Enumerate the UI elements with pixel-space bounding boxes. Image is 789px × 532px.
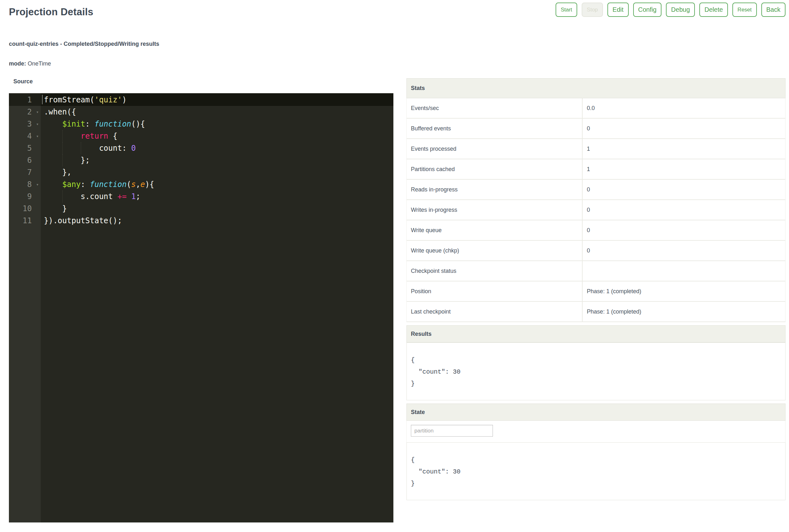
stop-button: Stop xyxy=(582,2,603,17)
fold-toggle-icon[interactable]: ▾ xyxy=(36,178,39,190)
details-column: Stats Events/sec0.0Buffered events0Event… xyxy=(406,78,786,500)
reset-button[interactable]: Reset xyxy=(732,2,756,17)
projection-name-status: count-quiz-entries - Completed/Stopped/W… xyxy=(9,41,786,48)
line-number: 3▾ xyxy=(9,118,41,130)
stat-value: 0 xyxy=(583,180,590,200)
stat-value: 0 xyxy=(583,119,590,138)
indent-guide xyxy=(44,190,62,203)
config-button[interactable]: Config xyxy=(633,2,662,17)
code-text: }; xyxy=(41,154,90,166)
stat-value: 0 xyxy=(583,200,590,220)
code-text: }, xyxy=(41,166,72,178)
line-number: 4▾ xyxy=(9,130,41,142)
results-section-header: Results xyxy=(406,325,786,342)
code-line-1: 1fromStream('quiz') xyxy=(9,94,393,106)
line-number: 7 xyxy=(9,166,41,178)
back-button[interactable]: Back xyxy=(761,2,786,17)
stat-value: 0 xyxy=(583,241,590,261)
indent-guide xyxy=(44,118,62,130)
indent-guide xyxy=(62,142,81,154)
code-line-6: 6}; xyxy=(9,154,393,166)
line-number: 11 xyxy=(9,215,41,227)
mode-line: mode: OneTime xyxy=(9,60,786,67)
code-line-9: 9s.count += 1; xyxy=(9,190,393,203)
stat-row: Last checkpointPhase: 1 (completed) xyxy=(406,302,786,322)
stat-value: 0.0 xyxy=(583,98,595,118)
stat-value: 0 xyxy=(583,221,590,240)
mode-label: mode: xyxy=(9,60,26,67)
stat-label: Last checkpoint xyxy=(407,302,583,322)
mode-value: OneTime xyxy=(28,60,51,67)
delete-button[interactable]: Delete xyxy=(699,2,728,17)
top-bar: Projection Details StartStopEditConfigDe… xyxy=(9,2,786,18)
code-text: s.count += 1; xyxy=(41,190,140,203)
fold-toggle-icon[interactable]: ▾ xyxy=(36,106,39,118)
code-text: $init: function(){ xyxy=(41,118,145,130)
line-number: 1 xyxy=(9,94,41,106)
stat-label: Buffered events xyxy=(407,119,583,138)
edit-button[interactable]: Edit xyxy=(608,2,629,17)
source-column: Source 1fromStream('quiz')2▾.when({3▾$in… xyxy=(9,78,393,522)
line-number: 5 xyxy=(9,142,41,154)
results-title: Results xyxy=(411,331,431,337)
indent-guide xyxy=(62,190,81,203)
fold-toggle-icon[interactable]: ▾ xyxy=(36,130,39,142)
content-columns: Source 1fromStream('quiz')2▾.when({3▾$in… xyxy=(9,78,786,522)
projection-details-page: Projection Details StartStopEditConfigDe… xyxy=(0,0,789,532)
stats-title: Stats xyxy=(411,85,425,92)
code-line-7: 7}, xyxy=(9,166,393,178)
stat-label: Writes in-progress xyxy=(407,200,583,220)
indent-guide xyxy=(62,130,81,142)
page-title: Projection Details xyxy=(9,6,93,18)
stat-label: Events/sec xyxy=(407,98,583,118)
fold-toggle-icon[interactable]: ▾ xyxy=(36,118,39,130)
partition-input[interactable] xyxy=(411,425,493,437)
line-number: 6 xyxy=(9,154,41,166)
stat-label: Reads in-progress xyxy=(407,180,583,200)
editor-code-lines: 1fromStream('quiz')2▾.when({3▾$init: fun… xyxy=(9,93,393,227)
stat-row: Events processed1 xyxy=(406,139,786,159)
stat-label: Write queue xyxy=(407,221,583,240)
state-section-header: State xyxy=(406,403,786,421)
stat-row: Buffered events0 xyxy=(406,119,786,139)
results-json-panel: { "count": 30 } xyxy=(406,342,786,400)
line-number: 8▾ xyxy=(9,178,41,190)
code-text: } xyxy=(41,203,67,215)
start-button[interactable]: Start xyxy=(556,2,577,17)
code-text: $any: function(s,e){ xyxy=(41,178,154,190)
code-line-5: 5count: 0 xyxy=(9,142,393,154)
indent-guide xyxy=(44,166,62,178)
indent-guide xyxy=(81,142,99,154)
source-code-editor[interactable]: 1fromStream('quiz')2▾.when({3▾$init: fun… xyxy=(9,93,393,522)
code-text: }).outputState(); xyxy=(41,215,122,227)
code-text: return { xyxy=(41,130,117,142)
code-line-2: 2▾.when({ xyxy=(9,106,393,118)
indent-guide xyxy=(62,154,81,166)
partition-row xyxy=(406,421,786,442)
code-text: count: 0 xyxy=(41,142,136,154)
stat-row: Write queue (chkp)0 xyxy=(406,241,786,261)
source-section-label: Source xyxy=(13,78,393,85)
code-line-8: 8▾$any: function(s,e){ xyxy=(9,178,393,190)
stat-row: Reads in-progress0 xyxy=(406,180,786,200)
stat-row: Write queue0 xyxy=(406,221,786,241)
stat-label: Write queue (chkp) xyxy=(407,241,583,261)
stat-value: 1 xyxy=(583,139,590,159)
text-cursor xyxy=(42,95,43,104)
stat-row: Partitions cached1 xyxy=(406,159,786,180)
stat-label: Checkpoint status xyxy=(407,261,583,281)
stat-value: Phase: 1 (completed) xyxy=(583,281,641,301)
stat-row: Checkpoint status xyxy=(406,261,786,281)
stat-label: Events processed xyxy=(407,139,583,159)
stat-row: PositionPhase: 1 (completed) xyxy=(406,281,786,302)
code-line-3: 3▾$init: function(){ xyxy=(9,118,393,130)
indent-guide xyxy=(44,130,62,142)
line-number: 10 xyxy=(9,203,41,215)
stat-value: Phase: 1 (completed) xyxy=(583,302,641,322)
code-line-11: 11}).outputState(); xyxy=(9,215,393,227)
action-button-row: StartStopEditConfigDebugDeleteResetBack xyxy=(556,2,786,17)
line-number: 9 xyxy=(9,190,41,203)
debug-button[interactable]: Debug xyxy=(666,2,695,17)
indent-guide xyxy=(44,178,62,190)
stats-section-header: Stats xyxy=(406,78,786,98)
